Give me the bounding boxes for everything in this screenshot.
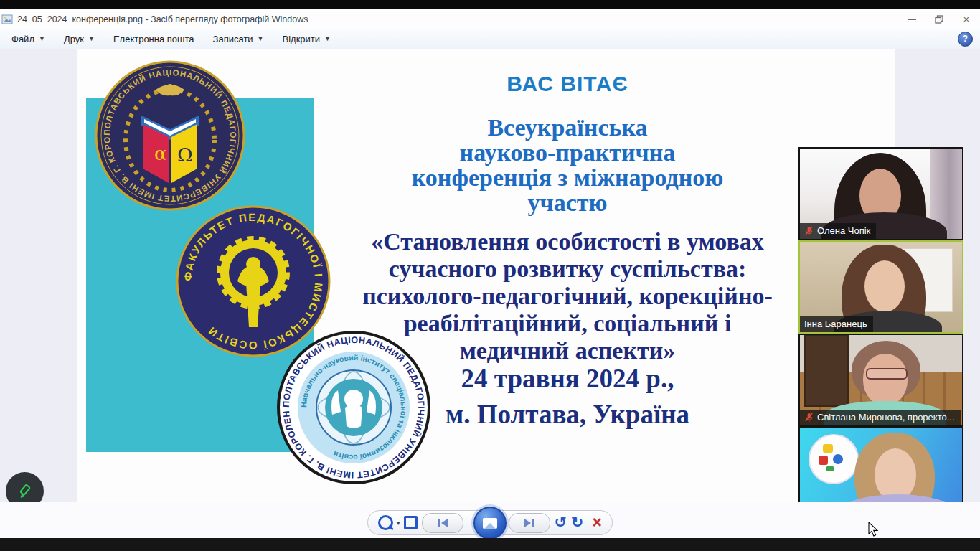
muted-mic-icon xyxy=(804,413,814,423)
slide-conference-title: «Становлення особистості в умовах сучасн… xyxy=(298,228,837,364)
rotate-clockwise-icon: ↻ xyxy=(571,515,584,530)
participant-name-bar: Інна Баранець xyxy=(800,316,873,332)
svg-text:Ω: Ω xyxy=(177,144,193,166)
menubar: Файл ▼ Друк ▼ Електронна пошта Записати … xyxy=(0,29,980,50)
participant-name-bar: Олена Чопік xyxy=(800,223,876,239)
previous-icon xyxy=(441,519,448,527)
svg-text:α: α xyxy=(154,143,167,164)
actual-size-button[interactable] xyxy=(404,516,418,529)
participant-video-svitlana[interactable]: Світлана Миронова, проректо... xyxy=(798,334,963,427)
letterbox-bottom xyxy=(0,538,980,551)
background-org-logo xyxy=(809,434,859,484)
viewer-bottom-bar: ▾ ↺ ↻ × xyxy=(0,502,980,538)
minimize-button[interactable] xyxy=(898,9,925,29)
menu-file[interactable]: Файл ▼ xyxy=(4,31,52,47)
menu-email[interactable]: Електронна пошта xyxy=(106,31,202,47)
muted-mic-icon xyxy=(804,226,814,236)
menu-open[interactable]: Відкрити ▼ xyxy=(275,31,338,47)
chevron-down-icon: ▼ xyxy=(39,35,45,42)
previous-button[interactable] xyxy=(422,513,463,533)
zoom-button[interactable]: ▾ xyxy=(378,515,400,530)
screen: 24_05_2024_конференція.png - Засіб перег… xyxy=(0,0,980,551)
photo-slide: ПОЛТАВСЬКИЙ НАЦІОНАЛЬНИЙ ПЕДАГОГІЧНИЙ УН… xyxy=(77,49,895,502)
menu-burn[interactable]: Записати ▼ xyxy=(206,31,271,47)
zoom-icon xyxy=(378,515,393,530)
chevron-down-icon: ▼ xyxy=(324,35,331,42)
restore-icon xyxy=(935,15,943,24)
photo-viewer-app-icon xyxy=(1,14,13,25)
participant-name-bar: Світлана Миронова, проректо... xyxy=(800,410,961,425)
viewer-content: ПОЛТАВСЬКИЙ НАЦІОНАЛЬНИЙ ПЕДАГОГІЧНИЙ УН… xyxy=(0,49,980,502)
slide-location: м. Полтава, Україна xyxy=(320,399,815,430)
delete-icon: × xyxy=(593,514,602,531)
slideshow-icon xyxy=(483,518,497,529)
slideshow-button[interactable] xyxy=(473,507,507,540)
next-icon xyxy=(524,519,531,527)
restore-button[interactable] xyxy=(925,9,953,29)
glasses xyxy=(866,368,908,380)
university-emblem-logo: ПОЛТАВСЬКИЙ НАЦІОНАЛЬНИЙ ПЕДАГОГІЧНИЙ УН… xyxy=(94,60,246,212)
next-button[interactable] xyxy=(509,513,550,533)
delete-button[interactable]: × xyxy=(593,514,602,531)
window-controls: × xyxy=(898,9,980,29)
slide-date: 24 травня 2024 р., xyxy=(320,363,815,394)
participant-video-olena[interactable]: Олена Чопік xyxy=(798,147,963,240)
titlebar: 24_05_2024_конференція.png - Засіб перег… xyxy=(0,9,980,29)
slide-conference-heading: Всеукраїнська науково-практична конферен… xyxy=(320,115,815,215)
actual-size-icon xyxy=(404,516,418,529)
video-panel: Олена Чопік Інна Баранець xyxy=(798,147,963,520)
chevron-down-icon: ▼ xyxy=(258,35,264,42)
slide-greeting: ВАС ВІТАЄ xyxy=(320,72,815,96)
pencil-icon xyxy=(16,482,34,501)
rotate-clockwise-button[interactable]: ↻ xyxy=(571,515,584,530)
help-icon[interactable]: ? xyxy=(958,32,973,47)
letterbox-top xyxy=(0,0,980,9)
chevron-down-icon: ▼ xyxy=(88,35,95,42)
chevron-down-icon: ▾ xyxy=(397,519,400,527)
window-title: 24_05_2024_конференція.png - Засіб перег… xyxy=(17,14,308,24)
rotate-counterclockwise-button[interactable]: ↺ xyxy=(555,515,567,530)
close-button[interactable]: × xyxy=(953,9,980,29)
menu-print[interactable]: Друк ▼ xyxy=(57,31,102,47)
mouse-cursor xyxy=(868,522,878,537)
rotate-counterclockwise-icon: ↺ xyxy=(555,515,567,530)
shelf xyxy=(804,335,849,407)
toolbar-divider xyxy=(588,517,588,529)
participant-video-inna[interactable]: Інна Баранець xyxy=(798,240,963,334)
